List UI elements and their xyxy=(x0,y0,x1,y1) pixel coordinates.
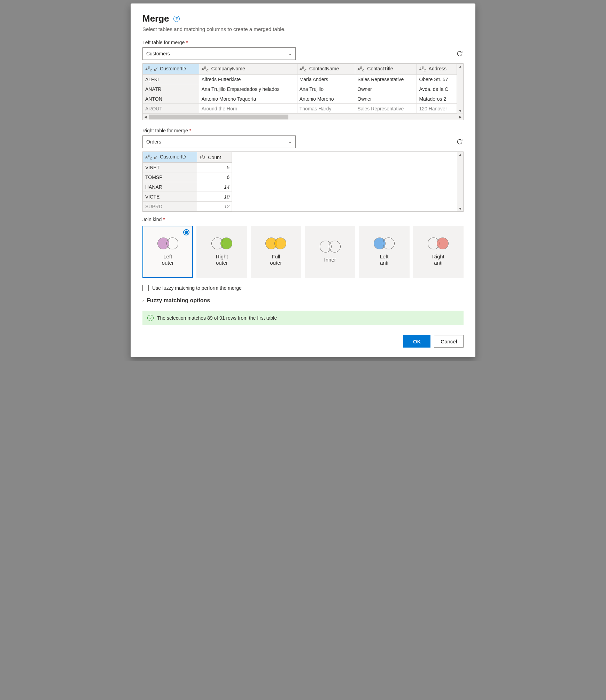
status-text: The selection matches 89 of 91 rows from… xyxy=(157,315,277,321)
chevron-down-icon: ⌄ xyxy=(288,139,292,144)
scrollbar-thumb[interactable] xyxy=(149,115,288,119)
join-tile-left-outer[interactable]: Leftouter xyxy=(142,226,193,278)
join-tile-inner[interactable]: Inner xyxy=(305,226,355,278)
join-tile-label: Leftouter xyxy=(162,254,174,266)
ok-button[interactable]: OK xyxy=(403,335,430,348)
refresh-icon[interactable] xyxy=(456,138,464,146)
refresh-icon[interactable] xyxy=(456,50,464,57)
join-tile-label: Rightouter xyxy=(216,254,228,266)
table-row[interactable]: ANATRAna Trujillo Emparedados y heladosA… xyxy=(143,84,457,94)
column-header[interactable]: ABC CompanyName xyxy=(199,64,297,75)
venn-icon xyxy=(157,238,178,250)
dialog-subtitle: Select tables and matching columns to cr… xyxy=(142,26,464,32)
table-cell: 12 xyxy=(197,202,232,211)
table-cell: Sales Representative xyxy=(355,104,417,114)
table-cell: 5 xyxy=(197,163,232,172)
venn-icon xyxy=(428,238,449,250)
table-row[interactable]: AROUTAround the HornThomas HardySales Re… xyxy=(143,104,457,114)
table-cell: AROUT xyxy=(143,104,199,114)
left-table-preview: ABC CustomerIDABC CompanyNameABC Contact… xyxy=(142,63,464,120)
scroll-down-icon[interactable]: ▼ xyxy=(459,206,462,211)
column-header[interactable]: ABC Address xyxy=(417,64,457,75)
table-cell: Owner xyxy=(355,94,417,104)
fuzzy-options-expander[interactable]: › Fuzzy matching options xyxy=(142,297,464,304)
table-cell: 120 Hanover xyxy=(417,104,457,114)
join-tile-left-anti[interactable]: Leftanti xyxy=(359,226,409,278)
table-cell: Obere Str. 57 xyxy=(417,75,457,84)
cancel-button[interactable]: Cancel xyxy=(434,335,464,348)
join-tile-label: Fullouter xyxy=(270,254,282,266)
table-cell: TOMSP xyxy=(143,172,197,182)
table-cell: 6 xyxy=(197,172,232,182)
table-cell: VINET xyxy=(143,163,197,172)
table-cell: Ana Trujillo Emparedados y helados xyxy=(199,84,297,94)
table-row[interactable]: ANTONAntonio Moreno TaqueríaAntonio More… xyxy=(143,94,457,104)
table-cell: ALFKI xyxy=(143,75,199,84)
radio-icon xyxy=(183,229,189,235)
join-tile-label: Leftanti xyxy=(380,254,388,266)
table-cell: 14 xyxy=(197,182,232,192)
table-cell: Thomas Hardy xyxy=(297,104,355,114)
table-row[interactable]: TOMSP6 xyxy=(143,172,232,182)
dialog-title: Merge xyxy=(142,13,169,24)
join-kind-label: Join kind * xyxy=(142,217,464,222)
column-header[interactable]: ABC ContactTitle xyxy=(355,64,417,75)
scroll-up-icon[interactable]: ▲ xyxy=(459,152,462,157)
checkmark-icon: ✓ xyxy=(147,315,154,321)
column-header[interactable]: ABC CustomerID xyxy=(143,64,199,75)
table-cell: ANATR xyxy=(143,84,199,94)
join-tile-right-outer[interactable]: Rightouter xyxy=(196,226,247,278)
venn-icon xyxy=(320,241,341,253)
table-cell: Avda. de la C xyxy=(417,84,457,94)
table-cell: Alfreds Futterkiste xyxy=(199,75,297,84)
column-header[interactable]: ABC ContactName xyxy=(297,64,355,75)
column-header[interactable]: ABC CustomerID xyxy=(143,152,197,163)
table-cell: SUPRD xyxy=(143,202,197,211)
join-tile-full-outer[interactable]: Fullouter xyxy=(251,226,301,278)
join-kind-tiles: LeftouterRightouterFullouterInnerLeftant… xyxy=(142,226,464,278)
table-cell: Ana Trujillo xyxy=(297,84,355,94)
table-cell: 10 xyxy=(197,192,232,202)
scroll-right-icon[interactable]: ▶ xyxy=(458,115,463,119)
table-row[interactable]: SUPRD12 xyxy=(143,202,232,211)
right-table-label: Right table for merge * xyxy=(142,128,464,133)
join-tile-label: Inner xyxy=(324,257,336,263)
merge-dialog: Merge ? Select tables and matching colum… xyxy=(131,3,475,357)
scroll-left-icon[interactable]: ◀ xyxy=(143,115,148,119)
vertical-scrollbar[interactable]: ▲ ▼ xyxy=(457,152,463,211)
table-cell: Antonio Moreno xyxy=(297,94,355,104)
table-cell: Antonio Moreno Taquería xyxy=(199,94,297,104)
table-cell: HANAR xyxy=(143,182,197,192)
left-table-dropdown[interactable]: Customers ⌄ xyxy=(142,47,296,60)
chevron-down-icon: ⌄ xyxy=(288,51,292,56)
match-status-banner: ✓ The selection matches 89 of 91 rows fr… xyxy=(142,311,464,325)
chevron-right-icon: › xyxy=(142,298,144,303)
join-tile-label: Rightanti xyxy=(432,254,444,266)
table-cell: VICTE xyxy=(143,192,197,202)
fuzzy-matching-label: Use fuzzy matching to perform the merge xyxy=(152,285,242,291)
table-row[interactable]: VINET5 xyxy=(143,163,232,172)
table-cell: Maria Anders xyxy=(297,75,355,84)
venn-icon xyxy=(211,238,232,250)
scroll-down-icon[interactable]: ▼ xyxy=(459,108,462,114)
help-icon[interactable]: ? xyxy=(173,16,180,22)
table-row[interactable]: HANAR14 xyxy=(143,182,232,192)
table-row[interactable]: ALFKIAlfreds FutterkisteMaria AndersSale… xyxy=(143,75,457,84)
left-table-label: Left table for merge * xyxy=(142,40,464,45)
table-row[interactable]: VICTE10 xyxy=(143,192,232,202)
venn-icon xyxy=(265,238,286,250)
right-table-dropdown[interactable]: Orders ⌄ xyxy=(142,135,296,148)
table-cell: Sales Representative xyxy=(355,75,417,84)
table-cell: Owner xyxy=(355,84,417,94)
column-header[interactable]: 123 Count xyxy=(197,152,232,163)
horizontal-scrollbar[interactable]: ◀ ▶ xyxy=(143,114,463,120)
table-cell: Mataderos 2 xyxy=(417,94,457,104)
table-cell: ANTON xyxy=(143,94,199,104)
table-cell: Around the Horn xyxy=(199,104,297,114)
vertical-scrollbar[interactable]: ▲ ▼ xyxy=(457,64,463,114)
fuzzy-matching-checkbox[interactable] xyxy=(142,285,149,291)
venn-icon xyxy=(374,238,395,250)
right-table-preview: ABC CustomerID123 Count VINET5TOMSP6HANA… xyxy=(142,151,464,212)
scroll-up-icon[interactable]: ▲ xyxy=(459,64,462,69)
join-tile-right-anti[interactable]: Rightanti xyxy=(413,226,464,278)
